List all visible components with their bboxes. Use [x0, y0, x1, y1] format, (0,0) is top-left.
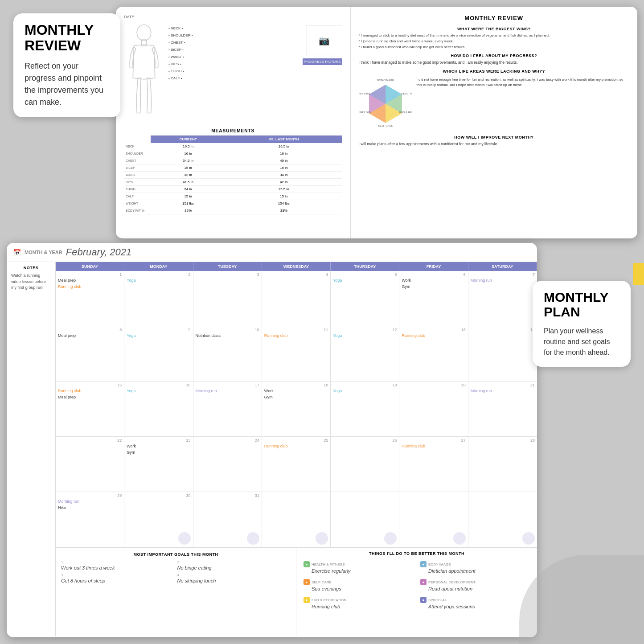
better-category: ● BODY IMAGE — [420, 561, 530, 567]
plan-title-panel: MONTHLY PLAN Plan your wellness routine … — [533, 281, 631, 367]
category-icon: ● — [420, 579, 427, 585]
calendar-week: 2223WorkGym2425Running club2627Running c… — [56, 437, 537, 492]
better-value: Exercise regularly — [304, 568, 413, 574]
calendar-cell: 12Yoga — [331, 326, 399, 381]
notes-title: NOTES — [11, 266, 51, 270]
q2-label: HOW DO I FEEL ABOUT MY PROGRESS? — [359, 53, 630, 58]
calendar-event: Hike — [58, 505, 122, 511]
calendar-cell: 24 — [193, 437, 262, 492]
month-year-value: February, 2021 — [66, 246, 132, 258]
plan-heading: MONTHLY PLAN — [544, 290, 619, 319]
calendar-cell: 30 — [124, 492, 193, 547]
day-number: 10 — [196, 328, 259, 332]
day-wednesday: WEDNESDAY — [262, 262, 331, 271]
calendar-event: Yoga — [333, 388, 397, 394]
category-label: SELF-CARE — [312, 580, 332, 584]
plan-subtitle: Plan your wellness routine and set goals… — [544, 326, 619, 358]
review-subtitle: Reflect on your progress and pinpoint th… — [25, 60, 109, 108]
measurement-row: CALF15 in15 in — [124, 193, 342, 200]
calendar-cell: 16Yoga — [124, 381, 193, 436]
days-header: SUNDAY MONDAY TUESDAY WEDNESDAY THURSDAY… — [56, 262, 537, 271]
review-right-page: MONTHLY REVIEW WHAT WERE THE BIGGEST WIN… — [351, 7, 638, 238]
day-number: 15 — [58, 383, 122, 387]
measurement-row: BODY FAT %32%33% — [124, 207, 342, 214]
day-number: 8 — [58, 328, 122, 332]
calendar-event: Nutrition class — [196, 333, 259, 339]
category-label: BODY IMAGE — [428, 562, 451, 566]
day-number: 18 — [264, 383, 328, 387]
day-number: 26 — [333, 438, 397, 443]
svg-text:FUN & REC: FUN & REC — [399, 111, 412, 114]
day-number: 11 — [264, 328, 328, 332]
day-number: 30 — [127, 493, 190, 498]
q1-bullet: I managed to stick to a healthy diet mos… — [359, 33, 630, 39]
dot-decoration — [178, 532, 191, 545]
svg-point-0 — [137, 25, 151, 41]
q4-label: HOW WILL I IMPROVE NEXT MONTH? — [359, 135, 630, 139]
day-number: 20 — [402, 383, 465, 387]
goal-number: 1 — [61, 560, 175, 564]
better-category: ● SELF-CARE — [304, 579, 413, 585]
better-this-month: THINGS I'LL DO TO BE BETTER THIS MONTH ●… — [296, 548, 537, 636]
calendar-cell: 8Meal prep — [56, 326, 124, 381]
day-number: 23 — [127, 438, 190, 443]
calendar-cell: 10Nutrition class — [193, 326, 262, 381]
calendar-cell: 17Morning run — [193, 381, 262, 436]
day-number: 21 — [471, 383, 535, 387]
q1-bullet: I found a good nutritionist who will hel… — [359, 45, 630, 50]
day-number: 29 — [58, 493, 122, 498]
day-number: 27 — [402, 438, 465, 443]
day-number: 14 — [471, 328, 535, 332]
body-figure — [124, 23, 164, 124]
day-number: 2 — [127, 272, 190, 277]
calendar-event: Running club — [58, 388, 122, 394]
progress-picture-box: 📷 — [307, 25, 342, 56]
calendar-cell: 3 — [193, 271, 262, 326]
day-number: 9 — [127, 328, 190, 332]
day-number: 28 — [471, 438, 535, 443]
better-category: ● HEALTH & FITNESS — [304, 561, 413, 567]
review-spread: DATE: — [116, 7, 637, 238]
calendar-cell: 1Meal prepRunning club — [56, 271, 124, 326]
goal-item: 2No binge eating — [177, 560, 291, 570]
body-diagram-area: • NECK • • SHOULDER • • CHEST • • BICEP … — [124, 23, 342, 124]
goal-text: No skipping lunch — [177, 578, 291, 583]
category-icon: ● — [304, 561, 310, 567]
calendar-week: 1Meal prepRunning club2Yoga345Yoga6WorkG… — [56, 271, 537, 326]
calendar-event: Yoga — [127, 333, 190, 339]
calendar-event: Yoga — [333, 278, 397, 283]
category-label: HEALTH & FITNESS — [312, 562, 345, 566]
goal-text: Get 8 hours of sleep — [61, 578, 175, 583]
calendar-event: Yoga — [333, 333, 397, 339]
svg-text:BODY IMAGE: BODY IMAGE — [377, 79, 394, 82]
q3-label: WHICH LIFE AREAS WERE LACKING AND WHY? — [359, 69, 630, 74]
day-number: 6 — [402, 272, 465, 277]
q1-answers: I managed to stick to a healthy diet mos… — [359, 33, 630, 50]
calendar-cell: 13Running club — [399, 326, 468, 381]
month-year-label: MONTH & YEAR — [25, 250, 62, 255]
calendar-event: Running club — [264, 443, 328, 449]
calendar-event: Yoga — [127, 388, 190, 394]
calendar-event: Running club — [58, 284, 122, 290]
last-month-header: VS. LAST MONTH — [226, 135, 342, 143]
camera-icon: 📷 — [319, 35, 330, 46]
goals-title: MOST IMPORTANT GOALS THIS MONTH — [61, 552, 291, 557]
calendar-event: Work — [264, 388, 328, 394]
measurements-table: CURRENT VS. LAST MONTH NECK16.5 in16.5 i… — [124, 135, 342, 214]
day-number: 19 — [333, 383, 397, 387]
day-monday: MONDAY — [124, 262, 193, 271]
yellow-sticky-tab — [633, 263, 644, 285]
day-number: 12 — [333, 328, 397, 332]
better-item: ● FUN & RECREATION Running club — [301, 595, 416, 611]
calendar-header: 📅 MONTH & YEAR February, 2021 — [7, 243, 537, 262]
calendar-cell: 19Yoga — [331, 381, 399, 436]
q1-label: WHAT WERE THE BIGGEST WINS? — [359, 27, 630, 31]
better-item: ● BODY IMAGE Dietician appointment — [418, 559, 533, 575]
date-label: DATE: — [124, 15, 342, 19]
calendar-event: Gym — [127, 450, 190, 455]
better-category: ● SPIRITUAL — [420, 597, 530, 603]
category-icon: ● — [420, 597, 427, 603]
dot-decoration — [316, 532, 328, 545]
calendar-cell: 4 — [262, 271, 331, 326]
current-header: CURRENT — [151, 135, 226, 143]
